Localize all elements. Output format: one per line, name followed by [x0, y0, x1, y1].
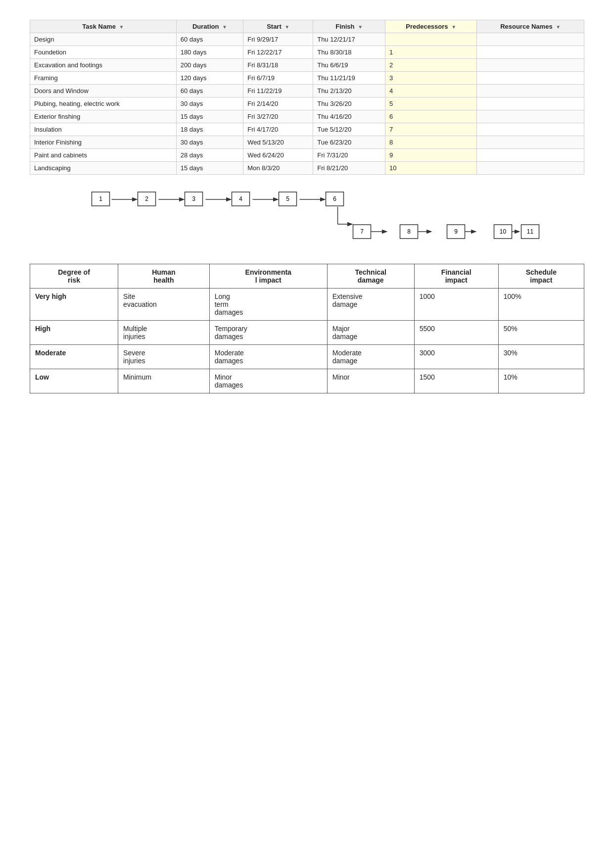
table-cell: Fri 2/14/20	[243, 97, 313, 110]
table-cell: 60 days	[176, 33, 243, 46]
table-row: Framing120 daysFri 6/7/19Thu 11/21/193	[30, 72, 584, 85]
table-cell: Landscaping	[30, 162, 177, 175]
risk-financial-cell: 1500	[414, 369, 498, 393]
svg-text:9: 9	[454, 228, 458, 235]
table-cell: Fri 12/22/17	[243, 46, 313, 59]
risk-human-cell: Minimum	[118, 369, 210, 393]
table-cell: 28 days	[176, 149, 243, 162]
svg-text:7: 7	[360, 228, 364, 235]
table-row: Exterior finshing15 daysFri 3/27/20Thu 4…	[30, 110, 584, 123]
risk-header-schedule: Scheduleimpact	[498, 264, 584, 289]
table-cell: Fri 8/31/18	[243, 59, 313, 72]
svg-text:5: 5	[286, 195, 289, 202]
table-cell	[477, 33, 584, 46]
table-cell: Foundetion	[30, 46, 177, 59]
table-cell: Interior Finishing	[30, 136, 177, 149]
risk-tech-cell: Extensivedamage	[327, 289, 414, 321]
table-cell: 2	[385, 59, 477, 72]
col-predecessors[interactable]: Predecessors ▼	[385, 20, 477, 33]
table-cell: 7	[385, 123, 477, 136]
table-cell: Thu 6/6/19	[313, 59, 385, 72]
risk-tech-cell: Moderatedamage	[327, 345, 414, 369]
risk-degree-cell: Very high	[30, 289, 118, 321]
table-cell	[477, 72, 584, 85]
risk-degree-cell: High	[30, 321, 118, 345]
risk-table-row: LowMinimumMinordamagesMinor150010%	[30, 369, 584, 393]
risk-env-cell: Minordamages	[209, 369, 327, 393]
table-cell	[477, 59, 584, 72]
svg-text:2: 2	[145, 195, 148, 202]
table-cell	[477, 136, 584, 149]
col-task-name[interactable]: Task Name ▼	[30, 20, 177, 33]
table-cell: Thu 4/16/20	[313, 110, 385, 123]
table-cell: Paint and cabinets	[30, 149, 177, 162]
table-cell	[477, 85, 584, 97]
table-cell: 4	[385, 85, 477, 97]
table-cell: Thu 8/30/18	[313, 46, 385, 59]
svg-text:1: 1	[99, 195, 102, 202]
table-cell: 8	[385, 136, 477, 149]
table-cell: 3	[385, 72, 477, 85]
table-cell: 18 days	[176, 123, 243, 136]
risk-table-row: Very highSiteevacuationLongtermdamagesEx…	[30, 289, 584, 321]
svg-text:8: 8	[407, 228, 411, 235]
risk-financial-cell: 1000	[414, 289, 498, 321]
table-cell: Wed 6/24/20	[243, 149, 313, 162]
risk-schedule-cell: 10%	[498, 369, 584, 393]
table-cell: 30 days	[176, 136, 243, 149]
table-cell: Exterior finshing	[30, 110, 177, 123]
table-cell: Fri 6/7/19	[243, 72, 313, 85]
table-cell: 5	[385, 97, 477, 110]
risk-tech-cell: Majordamage	[327, 321, 414, 345]
table-cell: Fri 9/29/17	[243, 33, 313, 46]
table-cell: 180 days	[176, 46, 243, 59]
table-cell: 120 days	[176, 72, 243, 85]
col-resources[interactable]: Resource Names ▼	[477, 20, 584, 33]
risk-header-env: Environmental impact	[209, 264, 327, 289]
table-cell: 9	[385, 149, 477, 162]
table-cell: Design	[30, 33, 177, 46]
sort-arrow-task: ▼	[119, 24, 124, 30]
table-cell: Fri 3/27/20	[243, 110, 313, 123]
table-row: Excavation and footings200 daysFri 8/31/…	[30, 59, 584, 72]
risk-env-cell: Longtermdamages	[209, 289, 327, 321]
table-cell: 15 days	[176, 110, 243, 123]
table-cell: Thu 11/21/19	[313, 72, 385, 85]
risk-matrix-table: Degree ofrisk Humanhealth Environmental …	[30, 264, 584, 393]
sort-arrow-duration: ▼	[222, 24, 227, 30]
table-row: Design60 daysFri 9/29/17Thu 12/21/17	[30, 33, 584, 46]
table-cell: Doors and Window	[30, 85, 177, 97]
risk-human-cell: Multipleinjuries	[118, 321, 210, 345]
risk-human-cell: Siteevacuation	[118, 289, 210, 321]
table-cell: 1	[385, 46, 477, 59]
risk-header-tech: Technicaldamage	[327, 264, 414, 289]
sort-arrow-start: ▼	[284, 24, 289, 30]
table-cell: Tue 5/12/20	[313, 123, 385, 136]
risk-header-degree: Degree ofrisk	[30, 264, 118, 289]
col-start[interactable]: Start ▼	[243, 20, 313, 33]
table-cell: Thu 3/26/20	[313, 97, 385, 110]
table-cell	[477, 97, 584, 110]
risk-schedule-cell: 50%	[498, 321, 584, 345]
svg-text:11: 11	[527, 228, 534, 235]
risk-header-financial: Financialimpact	[414, 264, 498, 289]
table-row: Foundetion180 daysFri 12/22/17Thu 8/30/1…	[30, 46, 584, 59]
col-duration[interactable]: Duration ▼	[176, 20, 243, 33]
table-cell: Mon 8/3/20	[243, 162, 313, 175]
col-finish[interactable]: Finish ▼	[313, 20, 385, 33]
table-row: Insulation18 daysFri 4/17/20Tue 5/12/207	[30, 123, 584, 136]
risk-tech-cell: Minor	[327, 369, 414, 393]
svg-text:4: 4	[239, 195, 242, 202]
table-cell: 15 days	[176, 162, 243, 175]
table-cell: Fri 11/22/19	[243, 85, 313, 97]
risk-table-row: ModerateSevereinjuriesModeratedamagesMod…	[30, 345, 584, 369]
risk-header-human: Humanhealth	[118, 264, 210, 289]
risk-human-cell: Severeinjuries	[118, 345, 210, 369]
risk-schedule-cell: 100%	[498, 289, 584, 321]
table-cell: Thu 12/21/17	[313, 33, 385, 46]
risk-env-cell: Moderatedamages	[209, 345, 327, 369]
sort-arrow-pred: ▼	[451, 24, 456, 30]
risk-financial-cell: 3000	[414, 345, 498, 369]
table-cell: Fri 8/21/20	[313, 162, 385, 175]
sort-arrow-res: ▼	[556, 24, 561, 30]
